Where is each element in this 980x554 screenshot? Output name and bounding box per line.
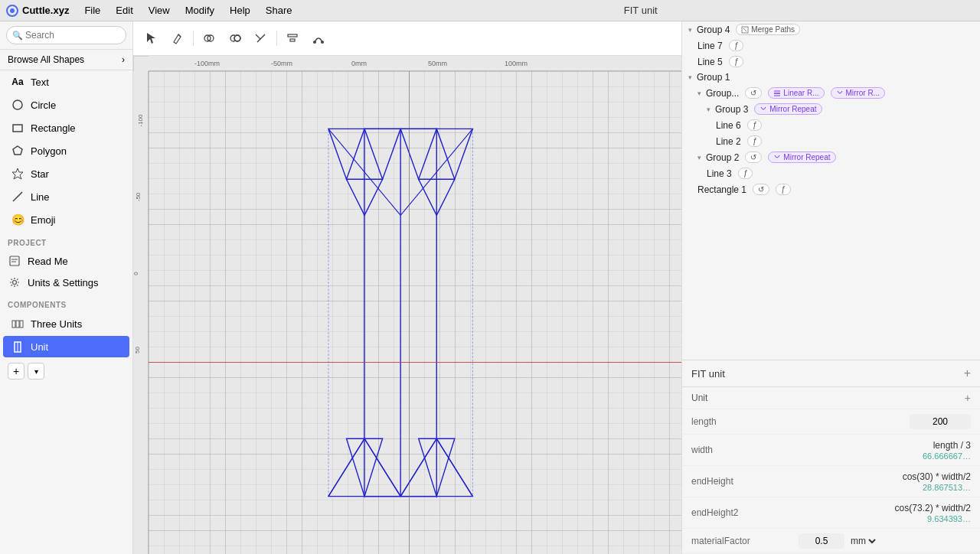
prop-endheight2-value[interactable]: cos(73.2) * width/2 9.634393… [799, 502, 971, 523]
layer-group4[interactable]: ▾ Group 4 Merge Paths [682, 21, 980, 37]
properties-panel: FIT unit + Unit + length width length / … [682, 360, 980, 554]
menu-modify[interactable]: Modify [179, 3, 220, 18]
shape-polygon[interactable]: Polygon [3, 140, 129, 161]
project-readme[interactable]: Read Me [0, 250, 132, 272]
svg-rect-3 [13, 125, 22, 132]
svg-marker-5 [12, 168, 23, 179]
menu-file[interactable]: File [78, 3, 106, 18]
search-container: 🔍 [0, 21, 132, 50]
toolbar [133, 21, 681, 56]
main-layout: 🔍 Browse All Shapes › Aa Text Circle Rec… [0, 21, 980, 554]
boolean-subtract[interactable] [223, 26, 247, 51]
shape-emoji[interactable]: 😊 Emoji [3, 209, 129, 230]
menu-edit[interactable]: Edit [109, 3, 139, 18]
layer-line5[interactable]: Line 5 ƒ [682, 54, 980, 70]
boolean-union[interactable] [197, 26, 221, 51]
prop-length-label: length [691, 416, 799, 427]
menu-help[interactable]: Help [224, 3, 256, 18]
svg-line-23 [257, 34, 265, 42]
prop-materialfactor: materialFactor mm cm in [682, 529, 980, 554]
chevron-icon: ▾ [697, 90, 701, 97]
app-logo[interactable]: Cuttle.xyz [6, 5, 69, 17]
svg-point-27 [313, 41, 316, 44]
svg-rect-26 [290, 39, 295, 41]
svg-line-6 [13, 192, 22, 201]
prop-length: length [682, 409, 980, 435]
add-unit-button[interactable]: + [965, 392, 971, 404]
prop-width-label: width [691, 445, 799, 455]
select-tool[interactable] [139, 26, 164, 51]
layer-line7[interactable]: Line 7 ƒ [682, 37, 980, 54]
add-component-button[interactable]: + [8, 363, 24, 380]
shape-rectangle[interactable]: Rectangle [3, 117, 129, 138]
chevron-icon: ▾ [697, 154, 701, 161]
prop-materialfactor-value: mm cm in [799, 533, 971, 549]
chevron-icon: ▾ [688, 73, 692, 81]
settings-icon [8, 275, 21, 289]
menu-share[interactable]: Share [260, 3, 299, 18]
svg-rect-12 [16, 321, 19, 328]
svg-marker-33 [364, 129, 400, 179]
props-header: FIT unit + [682, 360, 980, 387]
unit-icon [11, 340, 24, 354]
line-icon [11, 190, 24, 204]
layer-line3[interactable]: Line 3 ƒ [682, 165, 980, 181]
three-units-icon [11, 317, 24, 331]
svg-marker-32 [328, 129, 364, 179]
layer-group3[interactable]: ▾ Group 3 Mirror Repeat [682, 101, 980, 117]
layer-group-inner[interactable]: ▾ Group... ↺ Linear R... Mirror R... [682, 85, 980, 101]
project-units-settings[interactable]: Units & Settings [0, 272, 132, 293]
pen-tool[interactable] [165, 26, 190, 51]
svg-line-46 [328, 438, 364, 496]
svg-line-45 [400, 438, 436, 496]
component-three-units[interactable]: Three Units [3, 313, 129, 334]
readme-icon [8, 254, 21, 268]
layer-rect1[interactable]: Rectangle 1 ↺ ƒ [682, 181, 980, 197]
rectangle-icon [11, 121, 24, 135]
shape-text[interactable]: Aa Text [3, 71, 129, 93]
canvas-area: -100mm -50mm 0mm 50mm 100mm -100 -50 0 5… [133, 21, 681, 554]
shape-line[interactable]: Line [3, 186, 129, 207]
browse-all-shapes[interactable]: Browse All Shapes › [0, 50, 132, 70]
polygon-icon [11, 144, 24, 158]
layer-group1[interactable]: ▾ Group 1 [682, 70, 980, 85]
svg-point-28 [321, 41, 324, 44]
prop-endheight2: endHeight2 cos(73.2) * width/2 9.634393… [682, 497, 980, 529]
prop-endheight-value[interactable]: cos(30) * width/2 28.867513… [799, 471, 971, 492]
svg-rect-25 [288, 34, 297, 37]
unit-subheader: Unit + [682, 387, 980, 409]
align-tool[interactable] [280, 26, 305, 51]
prop-materialfactor-unit-select[interactable]: mm cm in [848, 535, 878, 547]
shape-star[interactable]: Star [3, 163, 129, 184]
layer-group2[interactable]: ▾ Group 2 ↺ Mirror Repeat [682, 149, 980, 165]
prop-width: width length / 3 66.666667… [682, 435, 980, 466]
toolbar-separator-1 [193, 31, 194, 46]
canvas[interactable]: -100mm -50mm 0mm 50mm 100mm -100 -50 0 5… [133, 56, 681, 554]
svg-rect-11 [12, 321, 15, 328]
add-property-button[interactable]: + [964, 367, 971, 380]
boolean-intersect[interactable] [249, 26, 273, 51]
components-section-label: COMPONENTS [0, 293, 132, 312]
search-input[interactable] [6, 26, 126, 44]
vertical-axis [409, 71, 410, 554]
shape-circle[interactable]: Circle [3, 94, 129, 116]
prop-length-input[interactable] [910, 414, 971, 429]
prop-materialfactor-input[interactable] [799, 533, 844, 549]
layer-line6[interactable]: Line 6 ƒ [682, 117, 980, 133]
component-unit[interactable]: Unit [3, 336, 129, 357]
component-dropdown-button[interactable]: ▾ [28, 363, 44, 380]
prop-materialfactor-label: materialFactor [691, 536, 799, 546]
circle-icon [11, 98, 24, 112]
svg-rect-13 [20, 321, 23, 328]
svg-marker-4 [13, 146, 22, 155]
document-title: FIT unit [307, 5, 974, 16]
prop-width-value[interactable]: length / 3 66.666667… [799, 439, 971, 461]
ruler-vertical: -100 -50 0 50 [133, 71, 149, 554]
svg-point-1 [10, 8, 15, 13]
path-tool[interactable] [306, 26, 331, 51]
layer-line2[interactable]: Line 2 ƒ [682, 133, 980, 149]
menu-view[interactable]: View [142, 3, 176, 18]
prop-endheight-label: endHeight [691, 476, 799, 487]
menu-bar: File Edit View Modify Help Share [78, 3, 298, 18]
chevron-icon: ▾ [688, 26, 692, 34]
